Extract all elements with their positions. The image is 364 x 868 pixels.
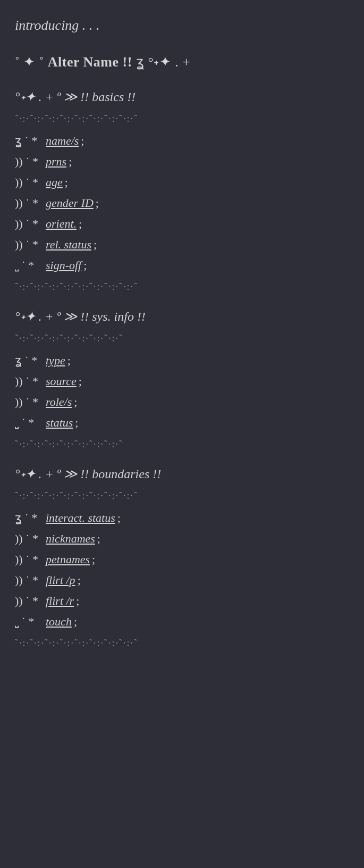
alter-name-bold: Alter Name !! (48, 54, 132, 70)
item-label[interactable]: age (46, 173, 63, 191)
list-item: ʓ ˙ * type ; (15, 350, 349, 371)
item-prefix: )) ˙ * (15, 215, 43, 232)
section-sysinfo-prefix: °˖✦ . + º ≫ !! (15, 310, 89, 323)
list-item: )) ˙ * orient. ; (15, 213, 349, 234)
item-label[interactable]: interact. status (46, 509, 115, 527)
item-label[interactable]: sign-off (46, 256, 81, 274)
list-item: )) ˙ * nicknames ; (15, 528, 349, 549)
list-item: )) ˙ * source ; (15, 371, 349, 391)
item-semicolon: ; (74, 613, 77, 630)
list-item: )) ˙ * flirt /p ; (15, 570, 349, 590)
item-label[interactable]: source (46, 372, 77, 390)
item-prefix: )) ˙ * (15, 236, 43, 253)
section-basics-list: ʓ ˙ * name/s ; )) ˙ * prns ; )) ˙ * age … (15, 130, 349, 276)
section-boundaries-divider-top: ˜·:·˜·:·˜·:·˜·:·˜·:·˜·:·˜·:·˜·:·˜ (15, 489, 349, 503)
item-semicolon: ; (67, 352, 71, 369)
list-item: ʓ ˙ * interact. status ; (15, 507, 349, 528)
item-semicolon: ; (92, 550, 95, 568)
section-basics: °˖✦ . + º ≫ !! basics !! ˜·:·˜·:·˜·:·˜·:… (15, 87, 349, 294)
item-prefix: ˽ ˙ * (15, 613, 43, 630)
intro-text: introducing . . . (15, 11, 349, 36)
item-semicolon: ; (69, 153, 72, 170)
item-prefix: )) ˙ * (15, 550, 43, 568)
section-boundaries-list: ʓ ˙ * interact. status ; )) ˙ * nickname… (15, 507, 349, 632)
item-label[interactable]: petnames (46, 550, 90, 568)
section-sysinfo-divider-bottom: ˜·:·˜·:·˜·:·˜·:·˜·:·˜·:·˜·:·˜ (15, 437, 349, 452)
alter-name-line: ˚ ✦ ˚ Alter Name !! ʓ °˖✦ . + (15, 52, 349, 72)
list-item: ˽ ˙ * status ; (15, 412, 349, 433)
list-item: )) ˙ * rel. status ; (15, 234, 349, 255)
item-prefix: )) ˙ * (15, 372, 43, 390)
item-prefix: ˽ ˙ * (15, 414, 43, 431)
item-label[interactable]: nicknames (46, 530, 95, 547)
item-semicolon: ; (76, 592, 79, 610)
section-basics-divider-bottom: ˜·:·˜·:·˜·:·˜·:·˜·:·˜·:·˜·:·˜·:·˜ (15, 280, 349, 294)
page-container: introducing . . . ˚ ✦ ˚ Alter Name !! ʓ … (15, 11, 349, 650)
item-semicolon: ; (65, 173, 68, 191)
item-prefix: )) ˙ * (15, 393, 43, 411)
item-prefix: ʓ ˙ * (15, 509, 43, 527)
list-item: ˽ ˙ * touch ; (15, 611, 349, 632)
item-label[interactable]: flirt /p (46, 571, 75, 589)
item-semicolon: ; (97, 530, 100, 547)
section-boundaries: °˖✦ . + º ≫ !! boundaries !! ˜·:·˜·:·˜·:… (15, 464, 349, 650)
section-basics-header: °˖✦ . + º ≫ !! basics !! (15, 87, 349, 106)
list-item: ˽ ˙ * sign-off ; (15, 255, 349, 276)
list-item: )) ˙ * gender ID ; (15, 193, 349, 213)
item-label[interactable]: rel. status (46, 236, 91, 253)
list-item: )) ˙ * flirt /r ; (15, 590, 349, 611)
item-semicolon: ; (78, 571, 81, 589)
list-item: )) ˙ * age ; (15, 172, 349, 193)
item-prefix: )) ˙ * (15, 530, 43, 547)
item-semicolon: ; (79, 215, 82, 232)
section-sysinfo-list: ʓ ˙ * type ; )) ˙ * source ; )) ˙ * role… (15, 350, 349, 433)
item-label[interactable]: orient. (46, 215, 77, 232)
item-label[interactable]: prns (46, 153, 66, 170)
alter-name-suffix: ʓ °˖✦ . + (132, 54, 191, 70)
item-semicolon: ; (96, 194, 99, 212)
section-basics-label: basics !! (92, 90, 136, 104)
item-prefix: ˽ ˙ * (15, 256, 43, 274)
item-label[interactable]: status (46, 414, 73, 431)
item-semicolon: ; (94, 236, 97, 253)
list-item: )) ˙ * prns ; (15, 151, 349, 172)
item-prefix: ʓ ˙ * (15, 132, 43, 149)
section-boundaries-prefix: °˖✦ . + º ≫ !! (15, 467, 89, 481)
section-sysinfo: °˖✦ . + º ≫ !! sys. info !! ˜·:·˜·:·˜·:·… (15, 307, 349, 452)
item-semicolon: ; (81, 132, 84, 149)
item-semicolon: ; (74, 393, 77, 411)
section-basics-prefix: °˖✦ . + º ≫ !! (15, 90, 89, 104)
item-label[interactable]: flirt /r (46, 592, 74, 610)
section-sysinfo-header: °˖✦ . + º ≫ !! sys. info !! (15, 307, 349, 326)
alter-name-prefix: ˚ ✦ ˚ (15, 54, 48, 70)
item-prefix: )) ˙ * (15, 571, 43, 589)
item-prefix: )) ˙ * (15, 153, 43, 170)
list-item: )) ˙ * petnames ; (15, 549, 349, 570)
item-label[interactable]: touch (46, 613, 72, 630)
section-boundaries-label: boundaries !! (92, 467, 161, 481)
section-boundaries-divider-bottom: ˜·:·˜·:·˜·:·˜·:·˜·:·˜·:·˜·:·˜·:·˜ (15, 636, 349, 650)
item-semicolon: ; (79, 372, 82, 390)
list-item: ʓ ˙ * name/s ; (15, 130, 349, 151)
item-label[interactable]: gender ID (46, 194, 94, 212)
section-sysinfo-divider-top: ˜·:·˜·:·˜·:·˜·:·˜·:·˜·:·˜·:·˜ (15, 331, 349, 346)
item-semicolon: ; (83, 256, 87, 274)
item-prefix: ʓ ˙ * (15, 352, 43, 369)
section-basics-divider-top: ˜·:·˜·:·˜·:·˜·:·˜·:·˜·:·˜·:·˜·:·˜ (15, 112, 349, 126)
item-prefix: )) ˙ * (15, 173, 43, 191)
section-boundaries-header: °˖✦ . + º ≫ !! boundaries !! (15, 464, 349, 483)
section-sysinfo-label: sys. info !! (92, 310, 146, 323)
item-prefix: )) ˙ * (15, 194, 43, 212)
item-semicolon: ; (75, 414, 78, 431)
item-label[interactable]: type (46, 352, 65, 369)
item-label[interactable]: name/s (46, 132, 79, 149)
item-prefix: )) ˙ * (15, 592, 43, 610)
list-item: )) ˙ * role/s ; (15, 391, 349, 412)
item-label[interactable]: role/s (46, 393, 72, 411)
item-semicolon: ; (117, 509, 121, 527)
